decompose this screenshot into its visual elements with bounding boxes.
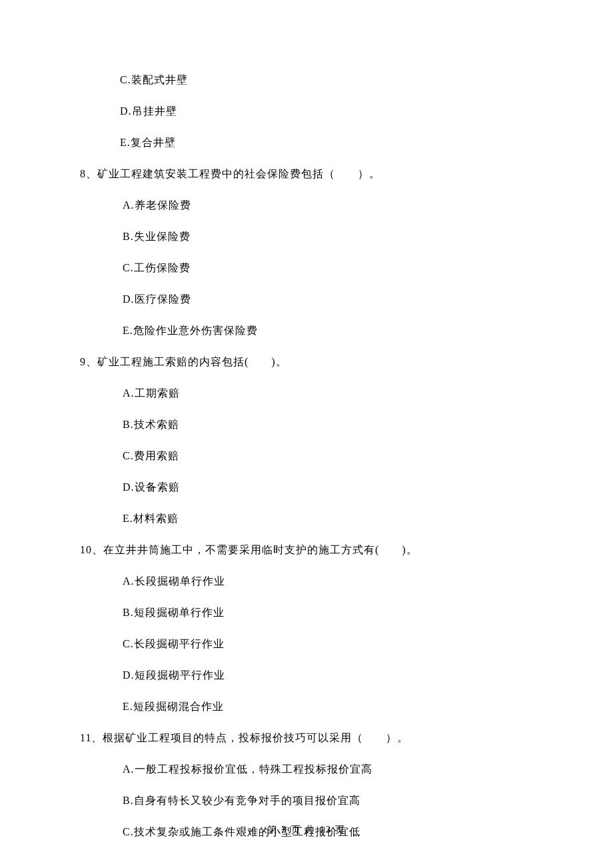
option-item: A.一般工程投标报价宜低，特殊工程投标报价宜高 xyxy=(80,763,533,777)
question-stem: 8、矿业工程建筑安装工程费中的社会保险费包括（ ）。 xyxy=(80,167,533,181)
option-item: B.短段掘砌单行作业 xyxy=(80,606,533,620)
option-item: B.技术索赔 xyxy=(80,418,533,432)
option-item: E.材料索赔 xyxy=(80,512,533,526)
option-item: D.医疗保险费 xyxy=(80,293,533,307)
option-item: A.工期索赔 xyxy=(80,387,533,401)
option-group: A.长段掘砌单行作业 B.短段掘砌单行作业 C.长段掘砌平行作业 D.短段掘砌平… xyxy=(80,575,533,714)
option-item: D.设备索赔 xyxy=(80,481,533,495)
option-item: E.短段掘砌混合作业 xyxy=(80,700,533,714)
question-number: 8、 xyxy=(80,168,97,179)
question-block: 11、根据矿业工程项目的特点，投标报价技巧可以采用（ ）。 A.一般工程投标报价… xyxy=(80,731,533,839)
question-text: 矿业工程建筑安装工程费中的社会保险费包括（ ）。 xyxy=(97,168,380,179)
option-item: D.短段掘砌平行作业 xyxy=(80,669,533,683)
option-item: C.装配式井壁 xyxy=(80,73,533,87)
option-item: A.长段掘砌单行作业 xyxy=(80,575,533,589)
option-item: C.工伤保险费 xyxy=(80,261,533,275)
question-number: 9、 xyxy=(80,356,97,367)
option-item: D.吊挂井壁 xyxy=(80,105,533,119)
question-number: 10、 xyxy=(80,544,103,555)
option-item: B.失业保险费 xyxy=(80,230,533,244)
question-text: 矿业工程施工索赔的内容包括( )。 xyxy=(97,356,287,367)
orphan-option-group: C.装配式井壁 D.吊挂井壁 E.复合井壁 xyxy=(80,73,533,150)
question-block: 9、矿业工程施工索赔的内容包括( )。 A.工期索赔 B.技术索赔 C.费用索赔… xyxy=(80,355,533,526)
option-item: C.长段掘砌平行作业 xyxy=(80,637,533,651)
question-stem: 9、矿业工程施工索赔的内容包括( )。 xyxy=(80,355,533,369)
question-block: 8、矿业工程建筑安装工程费中的社会保险费包括（ ）。 A.养老保险费 B.失业保… xyxy=(80,167,533,338)
question-text: 根据矿业工程项目的特点，投标报价技巧可以采用（ ）。 xyxy=(103,732,408,743)
page-content: C.装配式井壁 D.吊挂井壁 E.复合井壁 8、矿业工程建筑安装工程费中的社会保… xyxy=(0,0,613,868)
question-stem: 11、根据矿业工程项目的特点，投标报价技巧可以采用（ ）。 xyxy=(80,731,533,745)
option-item: C.费用索赔 xyxy=(80,449,533,463)
option-item: E.复合井壁 xyxy=(80,136,533,150)
question-stem: 10、在立井井筒施工中，不需要采用临时支护的施工方式有( )。 xyxy=(80,543,533,557)
option-group: A.工期索赔 B.技术索赔 C.费用索赔 D.设备索赔 E.材料索赔 xyxy=(80,387,533,526)
page-footer: 第 3 页 共 13 页 xyxy=(0,824,613,836)
option-item: E.危险作业意外伤害保险费 xyxy=(80,324,533,338)
option-item: A.养老保险费 xyxy=(80,199,533,213)
question-number: 11、 xyxy=(80,732,103,743)
option-item: B.自身有特长又较少有竞争对手的项目报价宜高 xyxy=(80,794,533,808)
question-text: 在立井井筒施工中，不需要采用临时支护的施工方式有( )。 xyxy=(103,544,418,555)
option-group: A.养老保险费 B.失业保险费 C.工伤保险费 D.医疗保险费 E.危险作业意外… xyxy=(80,199,533,338)
question-block: 10、在立井井筒施工中，不需要采用临时支护的施工方式有( )。 A.长段掘砌单行… xyxy=(80,543,533,714)
